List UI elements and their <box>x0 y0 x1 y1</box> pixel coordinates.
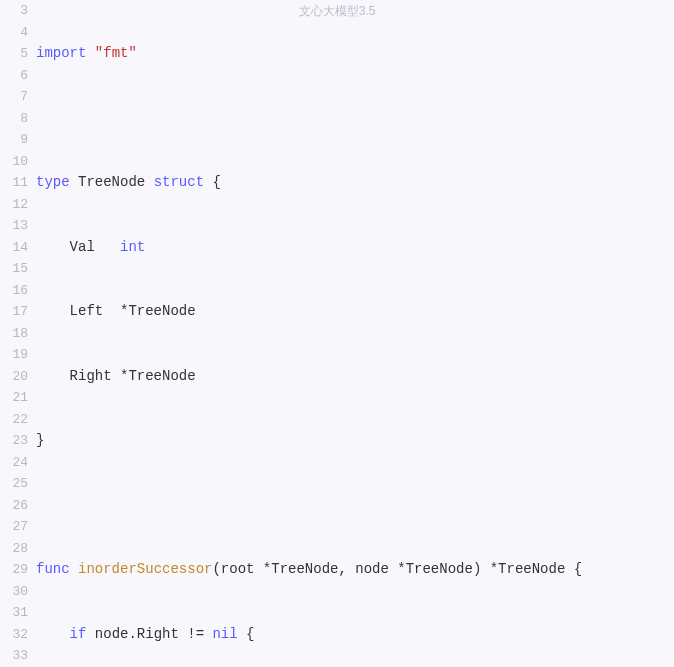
code-text: TreeNode <box>70 174 154 190</box>
code-text <box>86 45 94 61</box>
code-editor[interactable]: 3456789101112131415161718192021222324252… <box>0 0 674 667</box>
line-number: 20 <box>0 366 28 388</box>
code-text: Right *TreeNode <box>36 368 196 384</box>
line-number: 18 <box>0 323 28 345</box>
keyword-type: type <box>36 174 70 190</box>
code-text: Left *TreeNode <box>36 303 196 319</box>
line-number: 25 <box>0 473 28 495</box>
line-number: 28 <box>0 538 28 560</box>
code-text <box>36 626 70 642</box>
line-number: 6 <box>0 65 28 87</box>
code-text: Val <box>36 239 120 255</box>
code-text: (root *TreeNode, node *TreeNode) *TreeNo… <box>212 561 582 577</box>
line-number: 26 <box>0 495 28 517</box>
keyword-if: if <box>70 626 87 642</box>
code-line <box>36 495 674 517</box>
keyword-nil: nil <box>212 626 237 642</box>
code-line: Left *TreeNode <box>36 301 674 323</box>
line-number: 4 <box>0 22 28 44</box>
line-number: 19 <box>0 344 28 366</box>
line-number: 32 <box>0 624 28 646</box>
code-line: Val int <box>36 237 674 259</box>
line-number: 14 <box>0 237 28 259</box>
code-area[interactable]: import "fmt" type TreeNode struct { Val … <box>36 0 674 667</box>
line-number-gutter: 3456789101112131415161718192021222324252… <box>0 0 36 667</box>
code-line: if node.Right != nil { <box>36 624 674 646</box>
line-number: 5 <box>0 43 28 65</box>
line-number: 11 <box>0 172 28 194</box>
keyword-struct: struct <box>154 174 204 190</box>
line-number: 23 <box>0 430 28 452</box>
watermark-label: 文心大模型3.5 <box>293 0 382 24</box>
line-number: 3 <box>0 0 28 22</box>
line-number: 13 <box>0 215 28 237</box>
code-line <box>36 108 674 130</box>
line-number: 7 <box>0 86 28 108</box>
type-int: int <box>120 239 145 255</box>
line-number: 31 <box>0 602 28 624</box>
line-number: 24 <box>0 452 28 474</box>
line-number: 30 <box>0 581 28 603</box>
line-number: 8 <box>0 108 28 130</box>
code-line: import "fmt" <box>36 43 674 65</box>
code-line: Right *TreeNode <box>36 366 674 388</box>
line-number: 29 <box>0 559 28 581</box>
code-line: func inorderSuccessor(root *TreeNode, no… <box>36 559 674 581</box>
line-number: 21 <box>0 387 28 409</box>
code-text: { <box>238 626 255 642</box>
code-text: node.Right != <box>86 626 212 642</box>
line-number: 27 <box>0 516 28 538</box>
string-literal: "fmt" <box>95 45 137 61</box>
line-number: 10 <box>0 151 28 173</box>
line-number: 16 <box>0 280 28 302</box>
function-name: inorderSuccessor <box>78 561 212 577</box>
keyword-import: import <box>36 45 86 61</box>
line-number: 22 <box>0 409 28 431</box>
line-number: 9 <box>0 129 28 151</box>
line-number: 33 <box>0 645 28 667</box>
line-number: 17 <box>0 301 28 323</box>
code-text: } <box>36 432 44 448</box>
code-line: } <box>36 430 674 452</box>
keyword-func: func <box>36 561 70 577</box>
line-number: 12 <box>0 194 28 216</box>
code-text: { <box>204 174 221 190</box>
line-number: 15 <box>0 258 28 280</box>
code-line: type TreeNode struct { <box>36 172 674 194</box>
code-text <box>70 561 78 577</box>
